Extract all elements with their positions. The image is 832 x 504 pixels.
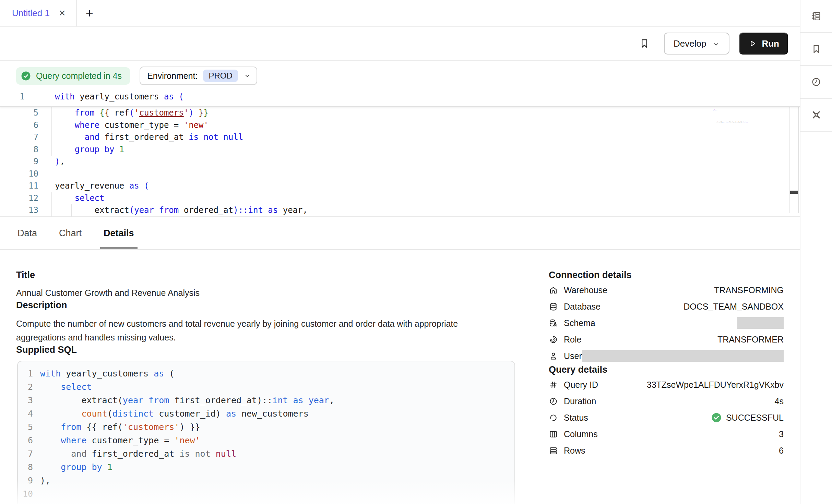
rows-icon bbox=[549, 446, 558, 455]
code-line: 10 bbox=[18, 487, 514, 501]
detail-value: TRANSFORMER bbox=[717, 335, 784, 345]
history-icon bbox=[811, 76, 822, 87]
detail-value: 33TZseWpe1ALFDUYerxR1gVKxbv bbox=[647, 380, 784, 390]
bookmark-icon[interactable] bbox=[639, 38, 650, 49]
editor-scrollbar[interactable] bbox=[789, 94, 799, 213]
detail-row-query-id: Query ID33TZseWpe1ALFDUYerxR1gVKxbv bbox=[549, 376, 784, 393]
line-number: 6 bbox=[18, 434, 33, 447]
indent-guide bbox=[51, 192, 52, 217]
status-row: Query completed in 4s Environment: PROD bbox=[0, 61, 800, 91]
rail-button-copilot[interactable] bbox=[800, 99, 832, 132]
detail-value: 3 bbox=[779, 429, 784, 439]
document-tab-bar: Untitled 1 ✕ + bbox=[0, 0, 800, 27]
detail-row-duration: Duration4s bbox=[549, 393, 784, 409]
code-line: 6 where customer_type = 'new' bbox=[18, 434, 514, 447]
code-line: 1with yearly_customers as ( bbox=[18, 367, 514, 380]
code-line: 5 from {{ ref('customers') }} bbox=[18, 420, 514, 434]
line-number: 1 bbox=[0, 91, 38, 103]
check-circle-icon bbox=[711, 412, 722, 423]
environment-selector[interactable]: Environment: PROD bbox=[140, 67, 257, 85]
detail-row-columns: Columns3 bbox=[549, 426, 784, 442]
database-icon bbox=[549, 302, 558, 311]
play-icon bbox=[748, 39, 757, 48]
detail-label: Database bbox=[564, 302, 601, 312]
check-circle-icon bbox=[21, 71, 31, 81]
notebook-icon bbox=[811, 11, 822, 22]
line-number: 5 bbox=[0, 107, 38, 119]
develop-dropdown[interactable]: Develop bbox=[664, 33, 729, 55]
line-number: 3 bbox=[18, 394, 33, 407]
supplied-sql-codeblock: 1with yearly_customers as (2 select3 ext… bbox=[17, 361, 515, 504]
code-line: 1with yearly_customers as ( bbox=[0, 91, 184, 103]
detail-label: Schema bbox=[564, 318, 595, 328]
tab-label: Untitled 1 bbox=[12, 8, 50, 19]
duration-icon bbox=[549, 397, 558, 406]
sql-editor[interactable]: 1with yearly_customers as ( 5 from {{ re… bbox=[0, 91, 800, 217]
develop-label: Develop bbox=[674, 38, 706, 49]
editor-lines: 5 from {{ ref('customers') }}6 where cus… bbox=[0, 107, 800, 217]
detail-row-user: User bbox=[549, 348, 784, 364]
detail-row-schema: Schema bbox=[549, 315, 784, 331]
line-number: 10 bbox=[0, 168, 38, 180]
tab-data[interactable]: Data bbox=[16, 217, 38, 249]
close-icon[interactable]: ✕ bbox=[59, 9, 66, 17]
app-window: Untitled 1 ✕ + Develop Run Query com bbox=[0, 0, 832, 504]
code-line: 4 count(distinct customer_id) as new_cus… bbox=[18, 407, 514, 420]
line-number: 9 bbox=[0, 156, 38, 168]
line-number: 13 bbox=[0, 204, 38, 217]
right-icon-rail bbox=[800, 0, 832, 504]
rail-button-notebook[interactable] bbox=[800, 0, 832, 33]
rail-button-bookmark[interactable] bbox=[800, 33, 832, 66]
code-line: extract(year from first_ordered_at)::int… bbox=[710, 116, 748, 129]
code-line: 3 extract(year from first_ordered_at)::i… bbox=[18, 394, 514, 407]
detail-row-role: RoleTRANSFORMER bbox=[549, 331, 784, 348]
detail-label: Role bbox=[564, 335, 581, 345]
code-line: 8 group by 1 bbox=[18, 460, 514, 474]
line-number: 10 bbox=[18, 487, 33, 501]
line-number: 8 bbox=[18, 460, 33, 474]
supplied-sql-heading: Supplied SQL bbox=[16, 344, 517, 355]
detail-label: Duration bbox=[564, 396, 596, 406]
code-line: 5 from {{ ref('customers') }} bbox=[0, 107, 800, 119]
connection-details-heading: Connection details bbox=[549, 250, 784, 280]
query-details-heading: Query details bbox=[549, 364, 784, 375]
details-panel: Title Annual Customer Growth and Revenue… bbox=[0, 250, 800, 504]
hash-icon bbox=[549, 380, 558, 389]
warehouse-icon bbox=[549, 286, 558, 295]
code-line: 9), bbox=[18, 474, 514, 487]
line-number: 12 bbox=[0, 192, 38, 205]
code-line: 9), bbox=[0, 156, 800, 168]
rail-button-history[interactable] bbox=[800, 66, 832, 99]
environment-label: Environment: bbox=[147, 71, 198, 81]
detail-row-database: DatabaseDOCS_TEAM_SANDBOX bbox=[549, 298, 784, 315]
new-tab-button[interactable]: + bbox=[77, 0, 102, 26]
line-number: 5 bbox=[18, 420, 33, 434]
bookmark-icon bbox=[811, 44, 822, 55]
details-right-column: Connection details WarehouseTRANSFORMING… bbox=[549, 250, 784, 459]
code-line: 2 select bbox=[18, 380, 514, 394]
run-button[interactable]: Run bbox=[739, 33, 788, 55]
copilot-icon bbox=[811, 109, 822, 120]
scrollbar-thumb[interactable] bbox=[790, 191, 798, 194]
detail-label: Rows bbox=[564, 446, 585, 456]
code-line: 6 where customer_type = 'new' bbox=[0, 119, 800, 132]
redacted-value bbox=[737, 317, 784, 329]
title-heading: Title bbox=[16, 250, 517, 280]
line-number: 7 bbox=[18, 447, 33, 460]
user-icon bbox=[549, 351, 558, 361]
connection-rows: WarehouseTRANSFORMINGDatabaseDOCS_TEAM_S… bbox=[549, 282, 784, 364]
tab-details[interactable]: Details bbox=[102, 217, 135, 249]
detail-label: Columns bbox=[564, 429, 598, 439]
detail-value: DOCS_TEAM_SANDBOX bbox=[684, 302, 784, 312]
details-left-column: Title Annual Customer Growth and Revenue… bbox=[16, 250, 517, 504]
query-status-text: Query completed in 4s bbox=[36, 71, 122, 81]
code-line: 13 extract(year from ordered_at)::int as… bbox=[0, 204, 800, 217]
editor-sticky-line: 1with yearly_customers as ( bbox=[0, 91, 800, 107]
environment-value: PROD bbox=[203, 70, 238, 82]
result-tab-strip: DataChartDetails bbox=[0, 217, 800, 250]
code-line: 10 bbox=[0, 168, 800, 180]
role-icon bbox=[549, 335, 558, 344]
tab-chart[interactable]: Chart bbox=[58, 217, 83, 249]
tab-untitled-1[interactable]: Untitled 1 ✕ bbox=[0, 0, 77, 26]
detail-label: Status bbox=[564, 413, 588, 423]
